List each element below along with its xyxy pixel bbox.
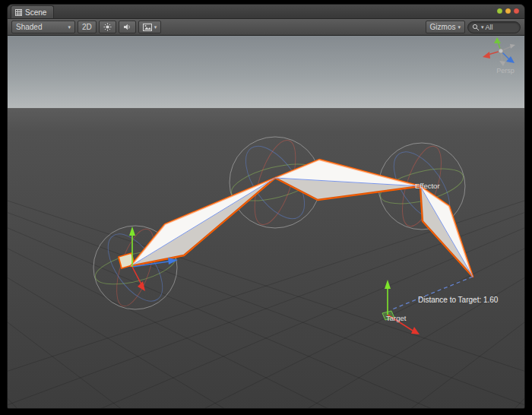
window-minimize-button[interactable] bbox=[505, 8, 511, 14]
scene-toolbar: Shaded ▾ 2D bbox=[8, 19, 524, 36]
shading-mode-label: Shaded bbox=[16, 23, 42, 31]
gizmos-dropdown[interactable]: Gizmos ▾ bbox=[426, 21, 465, 33]
effector-label: Effector bbox=[415, 182, 440, 190]
search-filter-arrow-icon: ▾ bbox=[481, 24, 484, 30]
projection-label[interactable]: Persp bbox=[496, 67, 515, 74]
distance-to-target-label: Distance to Target: 1.60 bbox=[418, 296, 499, 304]
toggle-2d-label: 2D bbox=[82, 23, 92, 31]
scene-canvas[interactable]: Effector Target Distance to Target: 1.60… bbox=[8, 36, 524, 408]
titlebar: Scene bbox=[8, 5, 524, 19]
search-filter-value: All bbox=[486, 24, 493, 31]
skybox bbox=[8, 36, 524, 109]
ground-plane bbox=[8, 108, 524, 408]
scene-effects-dropdown[interactable]: ▾ bbox=[138, 21, 162, 33]
target-label: Target bbox=[386, 314, 407, 322]
sun-icon bbox=[103, 23, 112, 31]
gizmos-label: Gizmos bbox=[430, 23, 456, 31]
toggle-2d-button[interactable]: 2D bbox=[78, 21, 97, 33]
dropdown-arrow-icon: ▾ bbox=[154, 24, 157, 30]
scene-window: Scene Shaded ▾ 2D bbox=[8, 5, 524, 408]
scene-tab-label: Scene bbox=[25, 8, 46, 17]
shading-mode-dropdown[interactable]: Shaded ▾ bbox=[11, 21, 75, 33]
scene-search-field[interactable]: ▾ All bbox=[467, 21, 521, 33]
scene-lighting-toggle[interactable] bbox=[99, 21, 116, 33]
window-controls bbox=[497, 8, 519, 14]
scene-viewport[interactable]: Effector Target Distance to Target: 1.60… bbox=[8, 36, 524, 408]
scene-audio-toggle[interactable] bbox=[119, 21, 136, 33]
gizmo-center-cube[interactable] bbox=[499, 49, 503, 53]
window-zoom-button[interactable] bbox=[497, 8, 502, 14]
speaker-icon bbox=[123, 23, 131, 31]
dropdown-arrow-icon: ▾ bbox=[458, 24, 461, 30]
window-close-button[interactable] bbox=[514, 8, 519, 14]
dropdown-arrow-icon: ▾ bbox=[68, 24, 71, 30]
scene-tab[interactable]: Scene bbox=[11, 5, 54, 18]
search-icon bbox=[472, 24, 480, 31]
scene-tab-icon bbox=[15, 9, 22, 16]
image-effects-icon bbox=[143, 24, 152, 31]
